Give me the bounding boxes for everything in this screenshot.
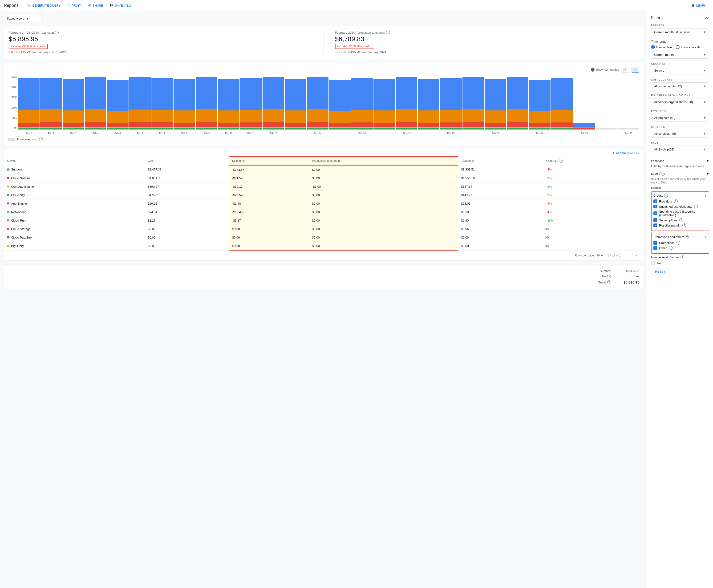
change-cell: 0%: [542, 233, 643, 241]
toggle-icon: [591, 68, 594, 71]
bar-group: [440, 78, 462, 129]
invoice-month-radio[interactable]: Invoice month: [676, 45, 700, 49]
folders-dropdown[interactable]: All folders/organizations (28) ▼: [651, 98, 709, 106]
x-label: Feb 10: [218, 132, 239, 135]
subscriptions-help-icon[interactable]: ?: [679, 218, 683, 222]
prev-page-button[interactable]: ‹: [626, 253, 632, 258]
x-label: Feb 28: [618, 132, 639, 135]
other-help-icon[interactable]: ?: [669, 246, 672, 250]
reset-button[interactable]: RESET: [651, 268, 669, 275]
bar-chart-button[interactable]: 📊: [631, 67, 639, 72]
subscriptions-checkbox[interactable]: ✓: [653, 218, 657, 222]
share-button[interactable]: 🔗 SHARE: [85, 2, 106, 9]
learn-button[interactable]: 🎓 LEARN: [688, 2, 709, 9]
service-color-dot: [7, 245, 9, 247]
sustained-use-checkbox[interactable]: ✓: [653, 205, 657, 208]
chart-container: $250 $200 $150 $100 $50 $0 Feb 1Feb 2Feb…: [8, 75, 639, 136]
services-arrow-icon: ▼: [703, 132, 706, 135]
bar-group: [151, 78, 173, 129]
projects-dropdown[interactable]: All projects (53) ▼: [651, 114, 709, 122]
free-tiers-checkbox[interactable]: ✓: [653, 200, 657, 203]
current-month-dropdown[interactable]: Current month ▼: [651, 51, 709, 59]
line-chart-button[interactable]: 📈: [621, 67, 629, 72]
labels-help-icon[interactable]: ?: [661, 172, 665, 176]
bar-group: [129, 78, 151, 129]
table-toolbar: ⬇ DOWNLOAD CSV: [4, 149, 643, 156]
presets-dropdown[interactable]: Current month, all services ▼: [651, 28, 709, 36]
chart-section: Show cumulative 📈 📊 $250 $200 $150 $100 …: [4, 63, 643, 145]
other-checkbox[interactable]: ✓: [653, 246, 657, 250]
skus-dropdown[interactable]: All SKUs (402) ▼: [651, 146, 709, 153]
subtotal-value: $5,895.95: [621, 269, 639, 273]
promotions-help-icon[interactable]: ?: [685, 235, 689, 239]
reseller-margin-row: ✓ Reseller margin ?: [653, 224, 707, 227]
rows-per-page-select[interactable]: 10 25 50: [596, 254, 604, 257]
service-name: Cloud Spanner: [11, 176, 32, 180]
discounts-help-icon[interactable]: ?: [664, 194, 668, 197]
x-label: Feb 16: [351, 132, 373, 135]
locations-section-header[interactable]: Locations ▼: [651, 157, 709, 165]
top-nav: Reports 🔍 GENERATE QUERY 🖨 PRINT 🔗 SHARE…: [0, 0, 713, 11]
reseller-margin-help-icon[interactable]: ?: [683, 224, 686, 227]
download-csv-button[interactable]: ⬇ DOWNLOAD CSV: [612, 151, 639, 154]
credits-section: Credits ? ∧ ✓ Free tiers ? ✓ Sustained u…: [651, 191, 709, 231]
change-cell: ↓ 38%: [542, 216, 643, 225]
forecasted-cost-legend-help[interactable]: ?: [39, 138, 43, 141]
table-row: Cloud SQL $470.81 -$23.54 $0.00 $447.27 …: [4, 191, 643, 199]
cost-cell: $1,631.75: [145, 174, 229, 182]
bar-group: [307, 78, 328, 129]
locations-description: Filter by location data like region and …: [651, 165, 709, 168]
x-label: Feb 20: [440, 132, 462, 135]
bar-group: [418, 78, 439, 129]
sidebar-collapse-button[interactable]: ≫: [705, 15, 709, 20]
spending-based-checkbox[interactable]: ✓: [653, 211, 657, 215]
total-help-icon[interactable]: ?: [607, 280, 611, 284]
labels-section-header[interactable]: Labels ? ▼: [651, 170, 709, 177]
forecasted-cost-help-icon[interactable]: ?: [386, 30, 390, 35]
learn-icon: 🎓: [691, 4, 695, 7]
sustained-use-help-icon[interactable]: ?: [694, 205, 698, 208]
saved-views-dropdown[interactable]: Saved views ▼: [4, 15, 41, 22]
table-body: Support $3,477.39 -$173.87 $0.00 $3,303.…: [4, 165, 643, 250]
change-help-icon[interactable]: ?: [559, 159, 563, 163]
service-cell: Support: [4, 165, 145, 174]
current-cost-amount: $5,895.95: [9, 35, 312, 43]
tax-checkbox[interactable]: [651, 261, 655, 265]
services-dropdown[interactable]: All services (45) ▼: [651, 130, 709, 138]
free-tiers-help-icon[interactable]: ?: [674, 200, 678, 203]
service-name: Networking: [11, 210, 26, 214]
table-row: App Engine $29.51 -$1.48 $0.00 $28.03 ↑ …: [4, 199, 643, 208]
table-section: ⬇ DOWNLOAD CSV Service Cost Discounts Pr…: [4, 149, 643, 260]
subscriptions-row: ✓ Subscriptions ?: [653, 218, 707, 222]
subtotal-cell: $447.27: [458, 191, 542, 199]
group-by-dropdown[interactable]: Service ▼: [651, 67, 709, 75]
x-label: Feb 11: [240, 132, 261, 135]
usage-date-radio[interactable]: Usage date: [651, 45, 672, 49]
cost-cell: $0.00: [145, 241, 229, 250]
promotions-item-help-icon[interactable]: ?: [676, 241, 680, 245]
reseller-margin-checkbox[interactable]: ✓: [653, 224, 657, 227]
promo-cell: $0.00: [309, 165, 458, 174]
credits-collapse-icon[interactable]: ∧: [705, 194, 707, 197]
cumulative-toggle[interactable]: Show cumulative: [591, 68, 619, 71]
current-cost-help-icon[interactable]: ?: [55, 30, 59, 35]
bar-group: [573, 78, 595, 129]
service-cell: App Engine: [4, 199, 145, 208]
save-view-button[interactable]: 💾 SAVE VIEW: [107, 2, 134, 9]
tax-help-icon[interactable]: ?: [607, 275, 611, 278]
subtotal-cell: $6.18: [458, 208, 542, 216]
change-cell: ↓ 3%: [542, 182, 643, 191]
invoice-help-icon[interactable]: ?: [680, 255, 684, 259]
subaccounts-dropdown[interactable]: All subaccounts (27) ▼: [651, 82, 709, 90]
x-label: Feb 7: [151, 132, 173, 135]
presets-section: Presets Current month, all services ▼: [651, 24, 709, 36]
promotions-collapse-icon[interactable]: ∧: [705, 235, 707, 239]
service-color-dot: [7, 202, 9, 205]
service-color-dot: [7, 185, 9, 188]
print-button[interactable]: 🖨 PRINT: [64, 2, 84, 9]
generate-query-button[interactable]: 🔍 GENERATE QUERY: [24, 2, 63, 9]
col-discounts: Discounts: [229, 156, 309, 165]
data-table: Service Cost Discounts Promotions and ot…: [4, 156, 643, 251]
next-page-button[interactable]: ›: [634, 253, 639, 258]
promotions-checkbox[interactable]: ✓: [653, 241, 657, 245]
